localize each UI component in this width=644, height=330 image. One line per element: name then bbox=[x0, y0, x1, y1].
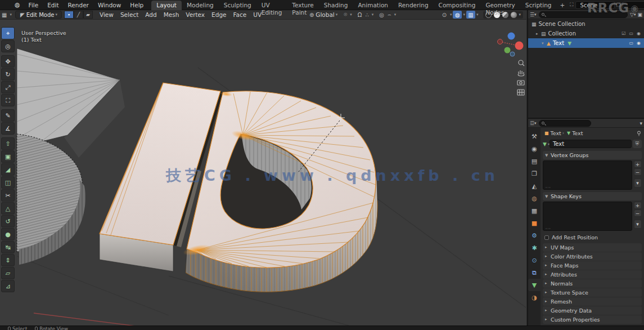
outliner-row-text-object[interactable]: ▾ ▲ Text ▼ ▭ ◉ bbox=[528, 38, 644, 48]
blender-logo-icon[interactable]: ◍ bbox=[15, 2, 20, 8]
menu-edit[interactable]: Edit bbox=[43, 0, 63, 10]
edge-select-button[interactable]: ╱ bbox=[74, 11, 83, 19]
vertex-groups-panel-header[interactable]: ▼ Vertex Groups bbox=[543, 151, 642, 159]
workspace-tab-sculpting[interactable]: Sculpting bbox=[219, 1, 256, 10]
workspace-tab-scripting[interactable]: Scripting bbox=[520, 1, 557, 10]
props-tab-scene[interactable]: ◭ bbox=[528, 180, 541, 192]
text-hide-viewport-icon[interactable]: ▭ bbox=[629, 41, 633, 46]
shape-key-remove-button[interactable]: − bbox=[634, 209, 642, 217]
vertex-groups-list[interactable]: ⣀⣀ bbox=[543, 160, 632, 190]
tool-edge-slide[interactable]: ↹ bbox=[1, 241, 15, 253]
collection-exclude-checkbox[interactable]: ☑ bbox=[622, 31, 625, 36]
orientation-dropdown[interactable]: Global bbox=[316, 11, 335, 18]
navigation-gizmo[interactable] bbox=[498, 33, 524, 57]
shape-keys-list[interactable]: ⣀⣀ bbox=[543, 202, 632, 231]
tool-extrude-region[interactable]: ⇧ bbox=[1, 137, 15, 150]
panel-geometry-data[interactable]: ▸Geometry Data bbox=[543, 306, 642, 315]
fake-user-button[interactable]: ⛨ bbox=[633, 140, 642, 148]
props-tab-data[interactable]: ▼ bbox=[528, 279, 541, 291]
tool-loop-cut[interactable]: ◫ bbox=[1, 176, 15, 189]
properties-options-icon[interactable]: ▾ bbox=[640, 121, 642, 126]
menu-mesh[interactable]: Mesh bbox=[160, 11, 183, 18]
menu-window[interactable]: Window bbox=[93, 0, 125, 10]
show-overlays-icon[interactable]: ◍ bbox=[453, 11, 462, 19]
text-object-expand-arrow[interactable]: ▾ bbox=[542, 41, 547, 46]
workspace-tab-layout[interactable]: Layout bbox=[151, 1, 182, 10]
snap-to-icon[interactable]: ∴ bbox=[363, 12, 370, 18]
props-tab-view-layer[interactable]: ❐ bbox=[528, 167, 541, 180]
props-tab-world[interactable]: ◍ bbox=[528, 192, 541, 204]
tool-knife[interactable]: ✂ bbox=[1, 189, 15, 202]
menu-add[interactable]: Add bbox=[142, 11, 160, 18]
vertex-group-specials-button[interactable]: ▾ bbox=[634, 179, 642, 188]
show-gizmo-icon[interactable]: ⊙ bbox=[440, 11, 449, 19]
props-tab-tool[interactable]: ⚒ bbox=[528, 130, 541, 142]
shape-keys-panel-header[interactable]: ▼ Shape Keys bbox=[543, 192, 642, 200]
shape-key-specials-button[interactable]: ▾ bbox=[634, 220, 642, 229]
workspace-tab-modeling[interactable]: Modeling bbox=[182, 1, 219, 10]
collection-expand-arrow[interactable]: ▸ bbox=[536, 32, 541, 36]
panel-uv-maps[interactable]: ▸UV Maps bbox=[543, 243, 642, 252]
workspace-tab-texture-paint[interactable]: Texture Paint bbox=[287, 1, 318, 10]
editor-type-icon[interactable]: ▦ bbox=[0, 12, 8, 18]
vertex-group-remove-button[interactable]: − bbox=[634, 168, 642, 176]
props-tab-particles[interactable]: ✱ bbox=[528, 242, 541, 254]
menu-edge[interactable]: Edge bbox=[208, 11, 229, 18]
properties-search-input[interactable] bbox=[539, 120, 591, 127]
tool-select-box[interactable]: ⌖ bbox=[1, 27, 15, 39]
menu-view[interactable]: View bbox=[96, 11, 117, 18]
workspace-tab-geometry-nodes[interactable]: Geometry Nodes bbox=[480, 1, 520, 10]
menu-select[interactable]: Select bbox=[117, 11, 142, 18]
tool-rotate[interactable]: ↻ bbox=[1, 68, 15, 81]
move-view-button[interactable] bbox=[518, 70, 524, 76]
add-workspace-button[interactable]: + bbox=[556, 1, 568, 10]
breadcrumb-object-label[interactable]: Text bbox=[551, 130, 561, 136]
props-tab-output[interactable]: ▤ bbox=[528, 155, 541, 167]
outliner-editor-icon[interactable]: ☰ bbox=[530, 12, 534, 17]
camera-view-button[interactable] bbox=[517, 81, 524, 85]
properties-editor-icon[interactable]: ☲ bbox=[530, 121, 534, 126]
datablock-name-field[interactable]: Text bbox=[550, 140, 632, 148]
tool-poly-build[interactable]: △ bbox=[1, 202, 15, 215]
tool-shear[interactable]: ▱ bbox=[1, 267, 15, 279]
tool-transform[interactable]: ⛶ bbox=[1, 94, 15, 106]
menu-vertex[interactable]: Vertex bbox=[182, 11, 208, 18]
zoom-view-button[interactable] bbox=[519, 60, 524, 66]
pin-icon[interactable] bbox=[636, 131, 642, 136]
collection-hide-viewport-icon[interactable]: ▭ bbox=[629, 31, 633, 36]
tool-spin[interactable]: ↺ bbox=[1, 215, 15, 228]
xray-toggle-icon[interactable]: ▥ bbox=[466, 11, 475, 19]
panel-face-maps[interactable]: ▸Face Maps bbox=[543, 261, 642, 270]
shape-key-add-button[interactable]: + bbox=[634, 202, 642, 209]
props-tab-constraints[interactable]: ⧉ bbox=[528, 266, 541, 279]
workspace-tab-uv-editing[interactable]: UV Editing bbox=[256, 1, 287, 10]
workspace-tab-animation[interactable]: Animation bbox=[353, 1, 393, 10]
props-tab-modifiers[interactable]: ⚙ bbox=[528, 229, 541, 242]
rest-position-checkbox[interactable] bbox=[544, 235, 549, 240]
proportional-edit-icon[interactable]: ◎ bbox=[377, 12, 386, 18]
breadcrumb-data-label[interactable]: Text bbox=[572, 130, 583, 136]
tool-cursor[interactable]: ◎ bbox=[1, 40, 15, 52]
tool-smooth[interactable]: ● bbox=[1, 228, 15, 240]
panel-attributes[interactable]: ▸Attributes bbox=[543, 270, 642, 279]
pivot-point-icon[interactable]: ⌾ bbox=[342, 11, 349, 18]
tool-rip-region[interactable]: ⊿ bbox=[1, 280, 15, 292]
menu-face[interactable]: Face bbox=[230, 11, 250, 18]
tool-bevel[interactable]: ◢ bbox=[1, 163, 15, 176]
shading-rendered-button[interactable] bbox=[511, 12, 517, 18]
props-tab-physics[interactable]: ⊙ bbox=[528, 254, 541, 266]
collection-disable-render-icon[interactable]: ◉ bbox=[637, 31, 641, 36]
workspace-tab-rendering[interactable]: Rendering bbox=[393, 1, 434, 10]
snap-magnet-icon[interactable]: Ω bbox=[356, 12, 364, 18]
ortho-grid-button[interactable] bbox=[517, 90, 524, 95]
text-disable-render-icon[interactable]: ◉ bbox=[637, 41, 641, 46]
props-tab-object[interactable]: ■ bbox=[528, 217, 541, 229]
panel-texture-space[interactable]: ▸Texture Space bbox=[543, 288, 642, 297]
outliner-row-collection[interactable]: ▸ ▤ Collection ☑ ▭ ◉ bbox=[528, 29, 644, 38]
panel-custom-properties[interactable]: ▸Custom Properties bbox=[543, 315, 642, 324]
tool-shrink-fatten[interactable]: ⇕ bbox=[1, 254, 15, 266]
props-tab-collection[interactable]: ▦ bbox=[528, 204, 541, 217]
falloff-icon[interactable]: ⌢ bbox=[386, 11, 393, 18]
props-tab-material[interactable]: ◑ bbox=[528, 291, 541, 304]
outliner-row-scene-collection[interactable]: ▦ Scene Collection bbox=[528, 19, 644, 29]
